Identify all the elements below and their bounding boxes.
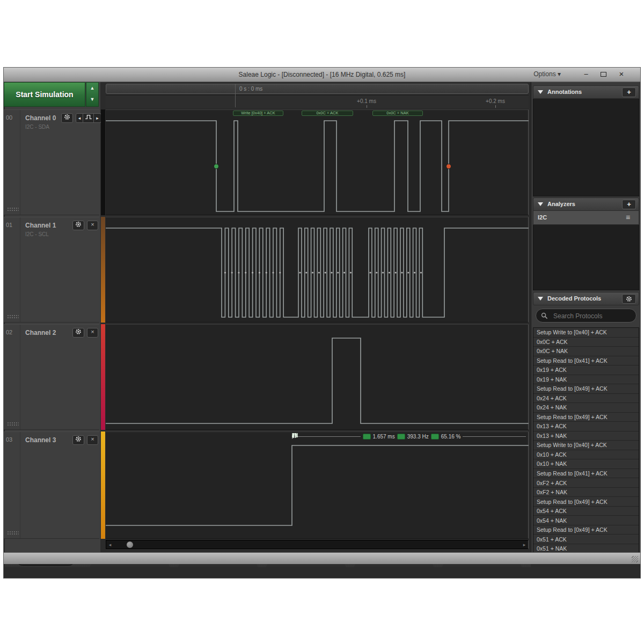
decoded-bubble[interactable]: 0x0C + NAK [372, 111, 423, 116]
search-icon [541, 312, 548, 321]
drag-grip-icon[interactable] [7, 207, 19, 211]
trigger-next-icon[interactable]: ▸ [94, 113, 101, 123]
channel-remove-button[interactable]: × [87, 328, 98, 338]
maximize-icon [601, 72, 606, 77]
collapse-triangle-icon[interactable] [538, 202, 543, 206]
channel-settings-button[interactable] [72, 328, 84, 338]
decoded-protocol-row[interactable]: 0x51 + ACK [533, 535, 639, 544]
time-ruler-ticks[interactable]: +0.1 ms +0.2 ms [106, 95, 529, 108]
decoded-protocol-row[interactable]: 0xF2 + ACK [533, 478, 639, 488]
add-annotation-button[interactable]: + [622, 87, 636, 97]
decoded-protocol-row[interactable]: Setup Read to [0x41] + ACK [533, 469, 639, 479]
analyzer-menu-icon[interactable]: ≡ [626, 214, 634, 221]
drag-grip-icon[interactable] [7, 314, 19, 319]
decoded-protocol-row[interactable]: 0x0C + ACK [533, 338, 639, 347]
decoded-protocol-row[interactable]: Setup Read to [0x49] + ACK [533, 413, 639, 422]
decoded-protocol-row[interactable]: 0x19 + NAK [533, 375, 639, 385]
protocol-search-box[interactable] [536, 309, 636, 323]
decoded-bubble[interactable]: Write [0x40] + ACK [233, 111, 283, 116]
decoded-protocol-row[interactable]: Setup Read to [0x41] + ACK [533, 356, 639, 366]
width-measure-icon [363, 434, 371, 440]
waveform-row-0[interactable]: Write [0x40] + ACK 0x0C + ACK 0x0C + NAK [106, 109, 529, 215]
channel-name: Channel 2 [25, 329, 56, 336]
decoded-protocol-row[interactable]: 0x10 + NAK [533, 459, 639, 469]
decoded-protocols-settings-button[interactable] [622, 294, 636, 304]
measurement-overlay: 1.657 ms 393.3 Hz 65.16 % [292, 433, 526, 440]
channel-color-stripe-1 [101, 217, 105, 323]
annotations-title: Annotations [547, 89, 582, 95]
analyzer-item-i2c[interactable]: I2C ≡ [533, 211, 639, 225]
channel-settings-button[interactable] [72, 221, 84, 230]
resize-grip-icon[interactable] [632, 556, 638, 562]
minimize-button[interactable]: – [579, 69, 593, 79]
waveform-row-3[interactable]: 1.657 ms 393.3 Hz 65.16 % [106, 431, 529, 539]
analyzers-header[interactable]: Analyzers + [533, 197, 639, 211]
channel-name: Channel 3 [25, 436, 56, 444]
scroll-right-icon[interactable]: ▸ [521, 541, 528, 548]
channel-index: 00 [6, 114, 18, 121]
start-simulation-button[interactable]: Start Simulation [4, 82, 85, 107]
decoded-protocol-row[interactable]: Setup Read to [0x49] + ACK [533, 525, 639, 535]
decoded-protocol-row[interactable]: Setup Write to [0x40] + ACK [533, 328, 639, 338]
decoded-protocol-row[interactable]: Setup Read to [0x49] + ACK [533, 497, 639, 507]
decoded-protocols-header[interactable]: Decoded Protocols [533, 292, 639, 305]
decoded-protocol-row[interactable]: 0x54 + ACK [533, 507, 639, 516]
add-analyzer-button[interactable]: + [622, 200, 636, 209]
time-ruler-primary[interactable]: 0 s : 0 ms [106, 84, 529, 94]
scroll-left-icon[interactable]: ◂ [107, 541, 113, 548]
spinner-down-icon[interactable]: ▼ [86, 94, 98, 105]
protocol-search-input[interactable] [552, 311, 634, 321]
channel-header-2: 02 Channel 2 × [4, 324, 99, 430]
waveform-trace-channel-3 [106, 432, 529, 539]
decoded-protocol-row[interactable]: 0x10 + ACK [533, 450, 639, 460]
start-options-spinner[interactable]: ▲ ▼ [86, 82, 99, 107]
decoded-protocol-row[interactable]: 0x13 + ACK [533, 422, 639, 431]
decoded-protocol-row[interactable]: 0x19 + ACK [533, 365, 639, 375]
annotations-header[interactable]: Annotations + [533, 85, 639, 99]
waveform-row-1[interactable] [106, 217, 529, 323]
channel-analyzer-label: I2C - SDA [25, 124, 49, 130]
close-button[interactable]: × [614, 69, 628, 79]
waveform-row-2[interactable] [106, 324, 529, 430]
analyzers-title: Analyzers [547, 201, 575, 207]
ruler-origin-label: 0 s : 0 ms [239, 86, 262, 92]
scrollbar-thumb[interactable] [127, 541, 133, 548]
trigger-prev-icon[interactable]: ◂ [76, 113, 83, 123]
gear-icon [75, 436, 82, 442]
width-measure-value: 1.657 ms [373, 434, 395, 440]
decoded-protocol-row[interactable]: 0x24 + ACK [533, 394, 639, 404]
channel-settings-button[interactable] [72, 435, 84, 445]
decoded-protocol-row[interactable]: 0xF2 + NAK [533, 488, 639, 497]
channel-remove-button[interactable]: × [87, 221, 98, 230]
decoded-protocol-row[interactable]: Setup Read to [0x49] + ACK [533, 384, 639, 394]
drag-grip-icon[interactable] [7, 422, 19, 426]
decoded-protocol-row[interactable]: 0x13 + NAK [533, 431, 639, 441]
channel-index: 02 [6, 329, 18, 335]
trigger-control: ◂ ▸ [76, 113, 101, 123]
decoded-protocol-row[interactable]: 0x54 + NAK [533, 516, 639, 525]
gear-icon [75, 328, 82, 335]
options-menu-button[interactable]: Options ▾ [533, 70, 561, 78]
gear-icon [64, 114, 70, 120]
maximize-button[interactable] [596, 69, 610, 79]
collapse-triangle-icon[interactable] [538, 297, 543, 301]
waveform-trace-channel-2 [106, 325, 529, 430]
app-window: Saleae Logic - [Disconnected] - [16 MHz … [3, 67, 641, 579]
measure-line [297, 436, 361, 437]
channel-name: Channel 0 [25, 114, 56, 122]
pulse-icon [85, 114, 92, 120]
analyzer-name: I2C [538, 214, 547, 221]
trigger-pulse-icon[interactable] [83, 113, 94, 123]
spinner-up-icon[interactable]: ▲ [86, 83, 98, 94]
channel-remove-button[interactable]: × [87, 435, 98, 445]
title-bar[interactable]: Saleae Logic - [Disconnected] - [16 MHz … [4, 68, 640, 82]
horizontal-scrollbar[interactable]: ◂ ▸ [106, 540, 529, 549]
decoded-protocol-row[interactable]: 0x24 + NAK [533, 403, 639, 413]
decoded-bubble[interactable]: 0x0C + ACK [302, 111, 353, 116]
decoded-protocol-row[interactable]: Setup Write to [0x40] + ACK [533, 441, 639, 450]
collapse-triangle-icon[interactable] [538, 90, 543, 94]
drag-grip-icon[interactable] [7, 531, 19, 535]
decoded-protocol-row[interactable]: 0x0C + NAK [533, 347, 639, 356]
channel-index: 03 [6, 436, 18, 443]
channel-settings-button[interactable] [61, 113, 73, 123]
